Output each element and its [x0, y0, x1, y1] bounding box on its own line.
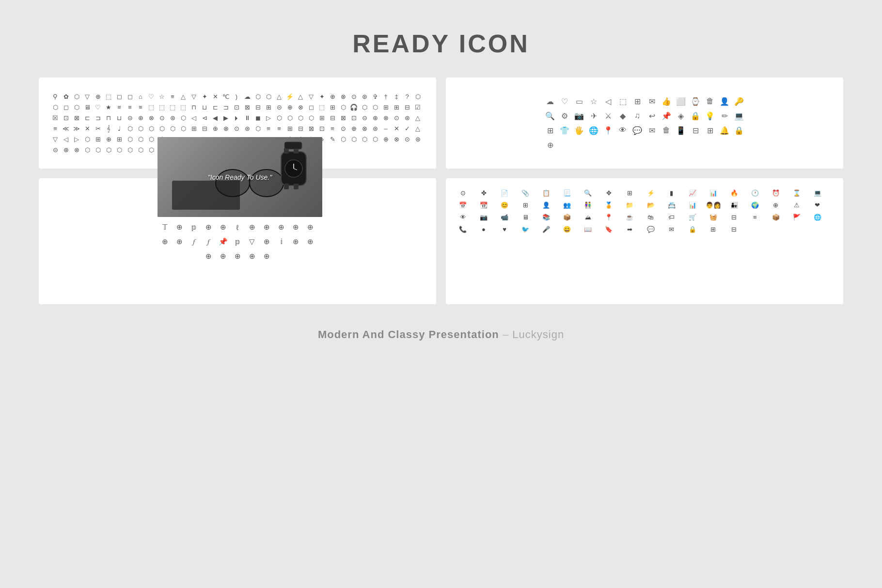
- panel-social-icons: 𝕋 ⊕ 𝕡 ⊕ ⊕ ℓ ⊕ ⊕ ⊕ ⊕ ⊕ ⊕ ⊕ 𝑓 𝑓 📌 𝕡 ▽: [39, 178, 436, 304]
- youtube-icon: ⊕: [261, 236, 272, 247]
- globe-icon: 🌐: [588, 125, 599, 136]
- icon: ⬚: [317, 103, 326, 111]
- arrow-icon: ◁: [603, 96, 614, 107]
- icon: ▶: [221, 113, 230, 122]
- flickr-icon: ⊕: [261, 251, 272, 262]
- music-icon: ♫: [632, 110, 643, 121]
- icon: ⬡: [51, 103, 60, 111]
- svg-rect-9: [284, 142, 302, 149]
- icon: ✿: [62, 92, 70, 101]
- pinterest-p-icon: 𝕡: [232, 236, 243, 247]
- cal2-solid-icon: 📆: [479, 200, 488, 210]
- icon: ≡: [275, 124, 284, 133]
- list-solid-icon: ≡: [750, 212, 760, 222]
- tumblr-icon: ⊕: [247, 222, 257, 232]
- grid-icon: ⊞: [632, 96, 643, 107]
- icon: ⬡: [349, 135, 358, 143]
- icon: ⊡: [349, 113, 358, 122]
- icon: ⊕: [136, 113, 145, 122]
- twitter2-solid-icon: 🐦: [520, 224, 530, 234]
- icon: ▽: [189, 92, 198, 101]
- flag-solid-icon: 🚩: [792, 212, 802, 222]
- camera-icon: 📷: [574, 110, 584, 121]
- fire-solid-icon: 🔥: [729, 188, 739, 198]
- icon: ⊟: [328, 113, 337, 122]
- icon: ▷: [72, 135, 81, 143]
- icon: ⬡: [179, 124, 188, 133]
- pin2-solid-icon: 📍: [604, 212, 614, 222]
- icon: ✓: [403, 124, 411, 133]
- box-solid-icon: 📦: [562, 212, 572, 222]
- earth-icon: ⊕: [203, 251, 214, 262]
- icon: ⬡: [115, 145, 124, 154]
- icon: △: [296, 92, 305, 101]
- icon: ⊡: [232, 103, 241, 111]
- social-row-1: 𝕋 ⊕ 𝕡 ⊕ ⊕ ℓ ⊕ ⊕ ⊕ ⊕ ⊕: [159, 222, 315, 232]
- icon: ☁: [243, 92, 252, 101]
- icon: ✕: [83, 124, 92, 133]
- reply-icon: ↩: [646, 110, 657, 121]
- book-solid-icon: 📖: [583, 224, 593, 234]
- facebook-circle-icon: ⊕: [159, 236, 170, 247]
- linechart-solid-icon: 📈: [688, 188, 697, 198]
- grid2-icon: ⊞: [545, 125, 555, 136]
- icon: ⬡: [126, 145, 134, 154]
- win2-solid-icon: ⊟: [729, 224, 739, 234]
- icon: ⚲: [51, 92, 60, 101]
- social-row-3: ⊕ ⊕ ⊕ ⊕ ⊕: [203, 251, 272, 262]
- heart2-solid-icon: ❤: [813, 200, 822, 210]
- barchart-solid-icon: ▮: [667, 188, 677, 198]
- calendar-solid-icon: 📅: [458, 200, 468, 210]
- icon: ◀: [211, 113, 220, 122]
- icon: ⬡: [136, 135, 145, 143]
- arrows-solid-icon: ✥: [604, 188, 614, 198]
- table3-solid-icon: ⊟: [729, 212, 739, 222]
- alarm-solid-icon: ⏰: [771, 188, 781, 198]
- icon: ⬡: [72, 103, 81, 111]
- tag-solid-icon: 🏷: [667, 212, 677, 222]
- chat-icon: 💬: [632, 125, 643, 136]
- icon: ▽: [307, 92, 315, 101]
- icon: ⬡: [413, 92, 422, 101]
- heart3-solid-icon: ♥: [500, 224, 509, 234]
- instagram-icon: 𝕚: [276, 236, 286, 247]
- icon: ⬡: [339, 135, 347, 143]
- mobile-icon: 📱: [676, 125, 686, 136]
- target-icon: ◈: [676, 110, 686, 121]
- solid-icon-grid: ⊙ ✤ 📄 📎 📋 📃 🔍 ✥ ⊞ ⚡ ▮ 📈 📊 🔥 🕐 ⏰ ⌛ 💻 📅 📆 …: [458, 188, 831, 234]
- icon: ♩: [115, 124, 124, 133]
- icon: ⊙: [349, 92, 358, 101]
- icon: ▽: [83, 92, 92, 101]
- icon: ⊟: [253, 103, 262, 111]
- icon: ⊛: [403, 113, 411, 122]
- main-container: ⚲ ✿ ⬡ ▽ ⊕ ⬚ ◻ ◻ ⌂ ♡ ☆ ≡ △ ▽ ✦ ✕ ℃ ) ☁ ⬡ …: [39, 77, 843, 304]
- icon: ⬡: [72, 92, 81, 101]
- icon: ◼: [253, 113, 262, 122]
- icon: ⊠: [307, 124, 315, 133]
- icon: ⊕: [381, 135, 390, 143]
- icon: ⬚: [147, 103, 156, 111]
- bookmark-solid-icon: 🔖: [604, 224, 614, 234]
- icon: ▽: [51, 135, 60, 143]
- icon: ⊕: [211, 124, 220, 133]
- icon: ⊡: [317, 124, 326, 133]
- icon: ⬡: [264, 92, 273, 101]
- laptop-icon: 💻: [734, 110, 744, 121]
- icon: ✞: [371, 92, 379, 101]
- icon: ⬡: [136, 145, 145, 154]
- icon: ☑: [413, 103, 422, 111]
- arrow2-solid-icon: ➡: [625, 224, 634, 234]
- icon: ⊙: [392, 113, 401, 122]
- icon: ⊞: [115, 135, 124, 143]
- display-solid-icon: 🖥: [520, 212, 530, 222]
- icon: ≫: [72, 124, 81, 133]
- icon: ⬡: [339, 103, 347, 111]
- icon: ⊗: [392, 135, 401, 143]
- icon: ◻: [115, 92, 124, 101]
- bag-solid-icon: 🛍: [646, 212, 656, 222]
- icon: ⊞: [189, 124, 198, 133]
- icon: ⊓: [104, 113, 113, 122]
- diamond-icon: ◆: [617, 110, 628, 121]
- eye2-solid-icon: 👁: [458, 212, 468, 222]
- icon: ⬡: [371, 103, 379, 111]
